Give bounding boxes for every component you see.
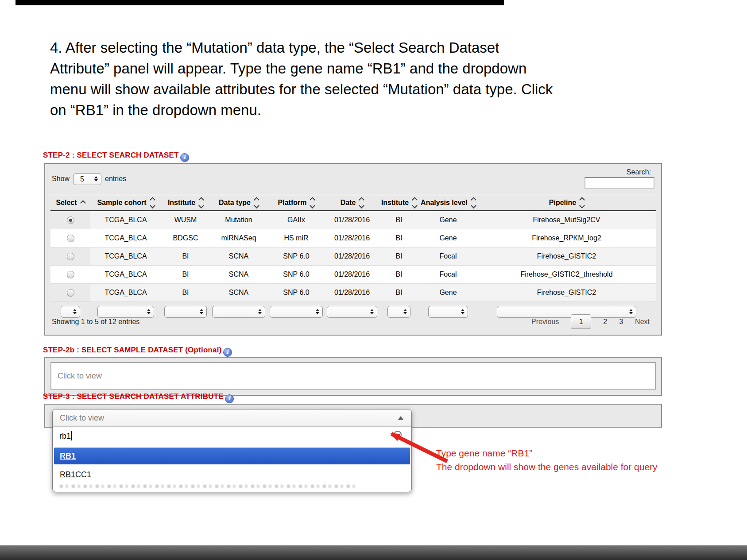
step2-label-prefix: STEP-2 — [43, 151, 70, 159]
table-search-input[interactable] — [584, 177, 654, 189]
instruction-line: Attribute” panel will appear. Type the g… — [50, 58, 663, 79]
cell-institute2: BI — [379, 252, 419, 260]
filter-select-sample-cohort[interactable] — [97, 306, 154, 318]
page-2-button[interactable]: 2 — [603, 318, 607, 326]
row-select-radio[interactable] — [67, 271, 74, 278]
row-select-radio[interactable] — [67, 235, 74, 242]
cell-institute2: BI — [379, 216, 419, 224]
column-header-select[interactable]: Select — [50, 199, 90, 207]
sort-both-icon — [255, 198, 259, 208]
instruction-text: 4. After selecting the “Mutation” data t… — [50, 37, 663, 120]
cell-data-type: Mutation — [210, 216, 267, 224]
info-icon[interactable]: i — [180, 153, 189, 162]
show-label: Show — [52, 175, 70, 183]
table-row: TCGA_BLCA WUSM Mutation GAIIx 01/28/2016… — [50, 211, 656, 229]
step2-label-title: : SELECT SEARCH DATASET — [70, 151, 179, 159]
cell-analysis-level: Focal — [419, 270, 477, 278]
cell-institute: BI — [161, 252, 210, 260]
attribute-query-text: rb1 — [59, 431, 72, 441]
cell-platform: SNP 6.0 — [267, 289, 325, 297]
filter-select-select[interactable] — [61, 306, 80, 318]
step3-label: STEP-3 : SELECT SEARCH DATASET ATTRIBUTE… — [43, 392, 234, 403]
previous-page-button[interactable]: Previous — [531, 318, 559, 326]
table-summary: Showing 1 to 5 of 12 entries — [52, 318, 139, 326]
cell-institute: BI — [161, 289, 210, 297]
row-select-radio[interactable] — [67, 253, 74, 260]
cell-platform: HS miR — [267, 234, 325, 242]
page-length-select[interactable]: 5 — [73, 173, 101, 185]
column-header-institute[interactable]: Institute — [161, 198, 210, 208]
step2b-label-prefix: STEP-2b — [43, 346, 74, 354]
text-cursor — [71, 431, 72, 440]
sort-both-icon — [151, 198, 155, 208]
combobox-text: Click to view — [60, 413, 104, 422]
info-icon[interactable]: i — [225, 394, 234, 403]
cell-date: 01/28/2016 — [325, 216, 379, 224]
column-header-institute2[interactable]: Institute — [379, 198, 419, 208]
cell-sample-cohort: TCGA_BLCA — [90, 216, 161, 224]
step2b-label: STEP-2b : SELECT SAMPLE DATASET (Optiona… — [43, 346, 232, 357]
sample-dataset-combobox[interactable]: Click to view — [50, 362, 656, 390]
filter-select-institute[interactable] — [164, 306, 207, 318]
row-select-radio[interactable] — [67, 216, 74, 224]
cell-platform: SNP 6.0 — [267, 252, 325, 260]
entries-label: entries — [105, 175, 126, 183]
cell-date: 01/28/2016 — [325, 289, 379, 297]
column-header-data-type[interactable]: Data type — [210, 198, 267, 208]
filter-select-date[interactable] — [327, 306, 377, 318]
cell-pipeline: Firehose_GISTIC2 — [477, 252, 656, 260]
sort-asc-icon — [81, 201, 85, 205]
table-row: TCGA_BLCA BI SCNA SNP 6.0 01/28/2016 BI … — [50, 247, 656, 266]
cell-sample-cohort: TCGA_BLCA — [90, 234, 161, 242]
attribute-search-field[interactable]: rb1 — [53, 427, 411, 446]
cell-analysis-level: Gene — [419, 234, 477, 242]
cell-pipeline: Firehose_GISTIC2_threshold — [477, 270, 656, 278]
column-header-pipeline[interactable]: Pipeline — [477, 198, 656, 208]
pagination: Previous 1 2 3 Next — [531, 314, 650, 329]
cell-institute: BI — [161, 270, 210, 278]
instruction-line: 4. After selecting the “Mutation” data t… — [50, 37, 663, 58]
dropdown-option-rb1cc1[interactable]: RB1CC1 — [53, 466, 411, 483]
stepper-icon — [403, 309, 407, 314]
page-3-button[interactable]: 3 — [619, 318, 623, 326]
stepper-icon — [316, 309, 319, 314]
sort-both-icon — [199, 198, 203, 208]
cell-institute2: BI — [379, 270, 419, 278]
cell-pipeline: Firehose_MutSig2CV — [477, 216, 656, 224]
cell-sample-cohort: TCGA_BLCA — [90, 270, 161, 278]
step3-label-prefix: STEP-3 — [43, 392, 70, 401]
column-header-sample-cohort[interactable]: Sample cohort — [90, 198, 161, 208]
filter-select-platform[interactable] — [270, 306, 323, 318]
cell-institute2: BI — [379, 289, 419, 297]
dataset-table: Select Sample cohort Institute Data type… — [50, 195, 656, 318]
page-length-value: 5 — [80, 175, 84, 183]
column-header-platform[interactable]: Platform — [267, 198, 325, 208]
annotation-line-2: The dropdown will show the genes availab… — [436, 460, 658, 474]
cell-data-type: SCNA — [210, 289, 267, 297]
dropdown-option-rb1[interactable]: RB1 — [54, 448, 410, 464]
attribute-combobox[interactable]: Click to view — [53, 409, 411, 427]
sort-both-icon — [472, 198, 476, 208]
stepper-icon — [200, 309, 203, 314]
row-select-radio[interactable] — [67, 289, 74, 297]
filter-select-institute2[interactable] — [387, 306, 410, 318]
stepper-icon — [73, 309, 77, 314]
filter-select-data-type[interactable] — [212, 306, 265, 318]
cell-platform: GAIIx — [267, 216, 325, 224]
info-icon[interactable]: i — [223, 348, 232, 357]
instruction-line: menu will show available attributes for … — [50, 79, 663, 100]
attribute-dropdown: Click to view rb1 RB1 RB1CC1 — [52, 409, 412, 492]
page-1-button[interactable]: 1 — [571, 314, 591, 329]
step2-label: STEP-2 : SELECT SEARCH DATASETi — [43, 151, 189, 162]
column-header-date[interactable]: Date — [325, 198, 379, 208]
column-header-analysis-level[interactable]: Analysis level — [419, 198, 477, 208]
screen: 4. After selecting the “Mutation” data t… — [0, 0, 747, 560]
cell-pipeline: Firehose_GISTIC2 — [477, 289, 656, 297]
table-row: TCGA_BLCA BI SCNA SNP 6.0 01/28/2016 BI … — [50, 266, 656, 284]
filter-select-analysis-level[interactable] — [428, 306, 468, 318]
window-bottom-bar — [0, 545, 747, 560]
cell-date: 01/28/2016 — [325, 270, 379, 278]
next-page-button[interactable]: Next — [635, 318, 650, 326]
sort-both-icon — [360, 198, 364, 208]
page-length-control: Show 5 entries — [52, 173, 126, 185]
